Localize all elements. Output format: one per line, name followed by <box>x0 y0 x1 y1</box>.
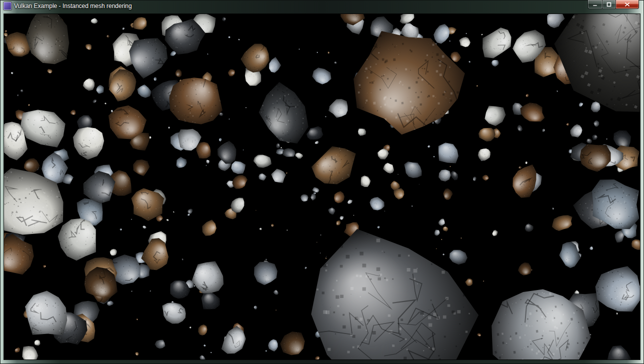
close-button[interactable] <box>616 0 639 9</box>
app-icon[interactable] <box>4 2 12 10</box>
viewport-canvas[interactable] <box>4 14 640 360</box>
window-frame: Vulkan Example - Instanced mesh renderin… <box>0 0 644 364</box>
minimize-button[interactable] <box>588 0 602 9</box>
window-title: Vulkan Example - Instanced mesh renderin… <box>14 3 132 9</box>
close-icon <box>624 2 630 7</box>
minimize-icon <box>592 2 598 7</box>
render-viewport[interactable] <box>4 14 640 360</box>
maximize-button[interactable] <box>602 0 616 9</box>
title-bar[interactable]: Vulkan Example - Instanced mesh renderin… <box>0 0 644 14</box>
maximize-icon <box>606 2 612 7</box>
window-controls <box>588 0 639 9</box>
